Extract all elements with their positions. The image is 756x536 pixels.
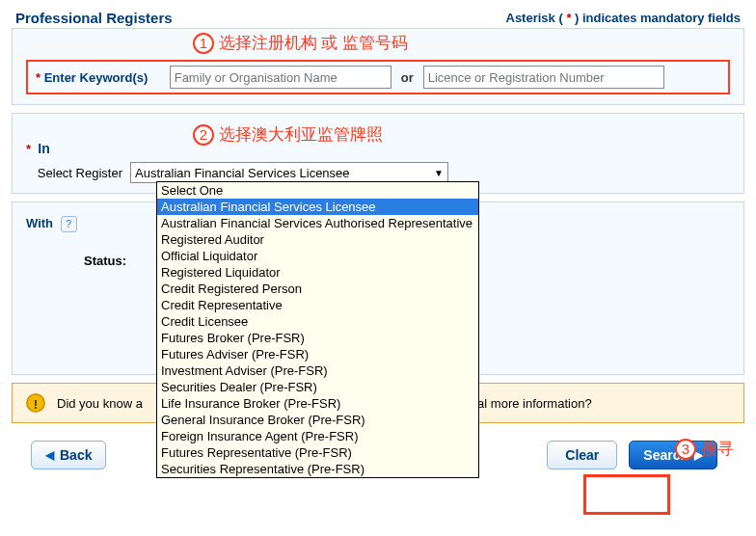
licence-number-input[interactable] (423, 66, 664, 89)
select-option[interactable]: Futures Broker (Pre-FSR) (157, 330, 478, 346)
org-name-input[interactable] (170, 66, 392, 89)
select-option[interactable]: Securities Dealer (Pre-FSR) (157, 379, 478, 395)
keyword-label: Enter Keyword(s) (44, 70, 170, 85)
select-option[interactable]: Life Insurance Broker (Pre-FSR) (157, 395, 478, 412)
search-button[interactable]: Search ▶ (629, 441, 717, 469)
info-text-prefix: Did you know a (57, 396, 143, 411)
info-text-suffix: eal more information? (471, 396, 592, 411)
select-option[interactable]: Registered Liquidator (157, 264, 478, 281)
select-option[interactable]: Futures Representative (Pre-FSR) (157, 444, 478, 461)
select-option[interactable]: Investment Adviser (Pre-FSR) (157, 362, 478, 379)
or-text: or (401, 70, 414, 85)
asterisk-icon: * (36, 70, 40, 85)
clear-button[interactable]: Clear (547, 441, 617, 469)
annotation-search-frame (583, 474, 670, 515)
arrow-left-icon: ◀ (45, 448, 54, 462)
asterisk-icon: * (566, 11, 571, 25)
select-option[interactable]: Securities Representative (Pre-FSR) (157, 461, 478, 477)
alert-icon: ! (26, 393, 45, 413)
select-option[interactable]: Credit Representative (157, 297, 478, 313)
chevron-down-icon: ▼ (434, 168, 444, 178)
help-icon[interactable]: ? (61, 216, 77, 232)
with-label: With (26, 216, 53, 230)
select-option[interactable]: Australian Financial Services Authorised… (157, 215, 478, 231)
page-title: Professional Registers (15, 10, 173, 26)
asterisk-icon: * (26, 142, 31, 156)
select-option[interactable]: Australian Financial Services Licensee (157, 199, 478, 215)
select-option[interactable]: Credit Licensee (157, 313, 478, 330)
in-label: In (38, 141, 49, 156)
select-option[interactable]: Select One (157, 182, 478, 199)
arrow-right-icon: ▶ (694, 448, 703, 462)
keyword-row: * Enter Keyword(s) or (26, 60, 730, 94)
select-option[interactable]: Credit Registered Person (157, 281, 478, 297)
select-register-label: Select Register (26, 166, 130, 180)
select-register-options[interactable]: Select OneAustralian Financial Services … (156, 181, 479, 478)
select-option[interactable]: Official Liquidator (157, 248, 478, 264)
back-button[interactable]: ◀ Back (31, 441, 106, 469)
select-option[interactable]: Registered Auditor (157, 231, 478, 248)
select-option[interactable]: Futures Adviser (Pre-FSR) (157, 346, 478, 362)
select-register-dropdown[interactable]: Australian Financial Services Licensee ▼ (130, 162, 448, 183)
mandatory-note: Asterisk ( * ) indicates mandatory field… (506, 11, 742, 25)
select-option[interactable]: General Insurance Broker (Pre-FSR) (157, 412, 478, 428)
select-option[interactable]: Foreign Insurance Agent (Pre-FSR) (157, 428, 478, 444)
